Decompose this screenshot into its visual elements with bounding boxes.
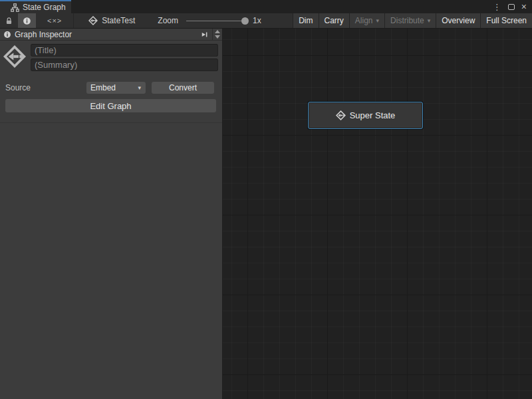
tab-state-graph[interactable]: State Graph [0, 0, 71, 13]
graph-canvas[interactable]: Super State [223, 29, 532, 399]
code-icon: <×> [41, 17, 68, 25]
distribute-label: Distribute [390, 16, 424, 25]
chevron-down-icon: ▾ [376, 18, 380, 24]
window-controls: ⋮ × [493, 0, 532, 13]
dim-button[interactable]: Dim [293, 13, 318, 28]
fullscreen-button[interactable]: Full Screen [480, 13, 532, 28]
source-dropdown[interactable]: Embed ▾ [86, 82, 146, 94]
overview-button[interactable]: Overview [436, 13, 480, 28]
align-label: Align [355, 16, 373, 25]
toolbar-right-group: Dim Carry Align ▾ Distribute ▾ Overview … [293, 13, 532, 28]
inspector-toggle-button[interactable] [18, 13, 36, 28]
toolbar-left-group: <×> [0, 13, 74, 28]
graph-hierarchy-icon [11, 3, 19, 12]
zoom-value: 1x [253, 16, 261, 25]
chevron-down-icon: ▾ [138, 85, 141, 91]
fullscreen-label: Full Screen [486, 16, 527, 25]
carry-button[interactable]: Carry [319, 13, 349, 28]
window-close-icon[interactable]: × [521, 2, 527, 11]
inspector-header: Graph Inspector [0, 29, 222, 41]
carry-label: Carry [325, 16, 344, 25]
align-dropdown-button[interactable]: Align ▾ [349, 13, 384, 28]
graph-breadcrumb[interactable]: StateTest [88, 13, 135, 28]
info-icon [23, 17, 31, 25]
lock-button[interactable] [0, 13, 18, 28]
inspector-title: Graph Inspector [15, 30, 72, 39]
graph-meta-fields [31, 44, 218, 71]
summary-field[interactable] [31, 59, 218, 71]
scroll-up-button[interactable] [213, 29, 222, 35]
triangle-down-icon [215, 35, 220, 39]
lock-icon [5, 17, 13, 25]
edit-graph-button[interactable]: Edit Graph [5, 99, 216, 112]
source-label: Source [5, 83, 86, 92]
chevron-down-icon: ▾ [428, 18, 431, 24]
zoom-label: Zoom [158, 16, 178, 25]
dim-label: Dim [299, 16, 313, 25]
graph-toolbar: <×> StateTest Zoom 1x Dim Carry [0, 13, 532, 29]
code-view-button[interactable]: <×> [36, 13, 73, 28]
panel-scroll-spinner [212, 29, 222, 40]
zoom-control: Zoom 1x [158, 13, 261, 28]
scroll-down-button[interactable] [213, 35, 222, 41]
panel-dock-button[interactable] [197, 29, 212, 40]
window-menu-icon[interactable]: ⋮ [493, 3, 501, 11]
convert-button[interactable]: Convert [152, 82, 214, 94]
tab-bar: State Graph ⋮ × [0, 0, 532, 13]
tab-label: State Graph [23, 3, 66, 12]
graph-inspector-panel: Graph Inspector [0, 29, 223, 399]
zoom-slider-knob[interactable] [241, 17, 249, 25]
state-machine-icon [336, 110, 346, 120]
source-dropdown-value: Embed [90, 83, 138, 92]
overview-label: Overview [442, 16, 475, 25]
inspector-header-controls [197, 29, 222, 40]
graph-name: StateTest [102, 16, 135, 25]
info-icon [3, 31, 11, 39]
main-area: Graph Inspector [0, 29, 532, 399]
super-state-node[interactable]: Super State [308, 102, 423, 129]
distribute-dropdown-button[interactable]: Distribute ▾ [384, 13, 436, 28]
state-machine-icon [3, 45, 26, 68]
title-field[interactable] [31, 44, 218, 57]
play-to-bar-icon [200, 31, 209, 39]
state-machine-icon [88, 16, 98, 25]
zoom-slider[interactable] [186, 21, 247, 21]
window-maximize-icon[interactable] [508, 4, 515, 10]
node-label: Super State [350, 110, 396, 120]
graph-meta-section [0, 41, 222, 71]
inspector-empty-body [0, 123, 222, 399]
triangle-up-icon [215, 30, 220, 33]
state-graph-window: State Graph ⋮ × < [0, 0, 532, 399]
source-row: Source Embed ▾ Convert [0, 82, 222, 94]
